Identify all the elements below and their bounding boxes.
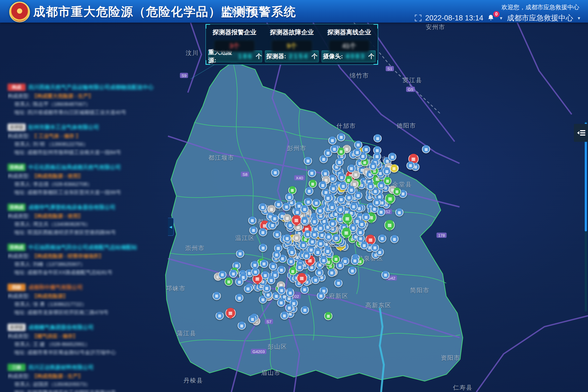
map-marker[interactable]: ▦: [216, 312, 224, 320]
map-marker[interactable]: ▦: [329, 184, 337, 192]
map-marker[interactable]: ▦: [235, 294, 243, 302]
sidebar-collapse-toggle[interactable]: ◀: [168, 218, 174, 236]
map-marker[interactable]: ▦: [271, 215, 279, 223]
map-marker[interactable]: ▦: [301, 306, 309, 314]
map-marker[interactable]: ▦: [330, 145, 338, 153]
map-marker[interactable]: ▦: [312, 199, 320, 207]
map-marker[interactable]: ▦: [314, 248, 322, 256]
map-marker[interactable]: ▦: [377, 181, 385, 189]
map-marker[interactable]: ▦: [328, 269, 336, 277]
map-marker[interactable]: ▦: [283, 234, 291, 242]
map-marker[interactable]: ▦: [280, 311, 289, 320]
map-marker[interactable]: ▦: [301, 286, 309, 294]
map-marker[interactable]: ▦: [336, 206, 344, 214]
map-marker[interactable]: ▦: [384, 220, 395, 230]
map-marker[interactable]: ▦: [271, 169, 279, 177]
map-marker[interactable]: ▦: [334, 279, 342, 287]
map-marker[interactable]: ▦: [319, 181, 327, 189]
map-marker[interactable]: ▦: [297, 273, 307, 283]
org-name[interactable]: 成都市应急救援中心: [507, 13, 573, 23]
map-marker[interactable]: ▦: [351, 257, 359, 265]
notification-bell[interactable]: 0: [487, 14, 495, 22]
map-marker[interactable]: ▦: [378, 234, 386, 243]
map-marker[interactable]: ▦: [371, 244, 379, 252]
map-marker[interactable]: ▦: [345, 194, 353, 202]
fullscreen-icon[interactable]: [415, 15, 421, 21]
map-marker[interactable]: ▦: [388, 153, 396, 161]
map-marker[interactable]: ▦: [383, 167, 391, 175]
map-marker[interactable]: ▦: [299, 241, 307, 249]
map-marker[interactable]: ▦: [324, 247, 332, 255]
map-marker[interactable]: ▦: [373, 134, 382, 142]
map-marker[interactable]: ▦: [285, 304, 293, 312]
map-marker[interactable]: ▦: [287, 258, 295, 266]
map-marker[interactable]: ▦: [286, 289, 294, 297]
map-marker[interactable]: ▦: [377, 208, 385, 216]
map-marker[interactable]: ▦: [274, 200, 283, 209]
map-marker[interactable]: ▦: [354, 191, 362, 200]
map-marker[interactable]: ▦: [393, 188, 401, 196]
map-marker[interactable]: ▦: [213, 292, 221, 300]
map-marker[interactable]: ▦: [244, 285, 252, 293]
map-marker[interactable]: ▦: [229, 270, 237, 278]
map-marker[interactable]: ▦: [301, 205, 309, 213]
map-marker[interactable]: ▦: [358, 220, 366, 228]
map-marker[interactable]: ▦: [259, 203, 267, 211]
map-marker[interactable]: ▦: [353, 148, 361, 157]
map-marker[interactable]: ▦: [406, 161, 415, 170]
map-marker[interactable]: ▦: [329, 219, 337, 228]
map-marker[interactable]: ▦: [293, 234, 301, 242]
map-marker[interactable]: ▦: [291, 215, 302, 225]
map-marker[interactable]: ▦: [332, 255, 340, 263]
map-marker[interactable]: ▦: [366, 182, 375, 190]
map-marker[interactable]: ▦: [360, 241, 368, 249]
map-marker[interactable]: ▦: [324, 233, 333, 241]
map-marker[interactable]: ▦: [259, 228, 267, 236]
map-marker[interactable]: ▦: [304, 157, 312, 165]
map-marker[interactable]: ▦: [348, 267, 356, 275]
map-marker[interactable]: ▦: [310, 231, 318, 239]
map-marker[interactable]: ▦: [308, 238, 316, 246]
map-marker[interactable]: ▦: [235, 278, 243, 286]
map-marker[interactable]: ▦: [317, 292, 325, 300]
chevron-down-icon[interactable]: ▼: [577, 16, 581, 20]
map-marker[interactable]: ▦: [238, 321, 246, 330]
map-marker[interactable]: ▦: [390, 235, 399, 243]
map-marker[interactable]: ▦: [288, 248, 296, 256]
map-marker[interactable]: ▦: [337, 195, 345, 204]
map-marker[interactable]: ▦: [310, 218, 318, 226]
map-marker[interactable]: ▦: [249, 226, 258, 234]
map-marker[interactable]: ▦: [315, 268, 323, 277]
map-marker[interactable]: ▦: [373, 198, 381, 207]
map-marker[interactable]: ▦: [302, 252, 311, 260]
map-marker[interactable]: ▦: [225, 308, 236, 318]
map-marker[interactable]: ▦: [317, 224, 325, 232]
map-marker[interactable]: ▦: [263, 284, 271, 292]
map-marker[interactable]: ▦: [337, 133, 345, 141]
map-marker[interactable]: ▦: [335, 158, 344, 166]
map-marker[interactable]: ▦: [218, 271, 226, 279]
map-marker[interactable]: ▦: [311, 276, 320, 284]
system-nav-button[interactable]: 系统导航: [222, 7, 259, 17]
map-marker[interactable]: ▦: [316, 207, 324, 215]
map-marker[interactable]: ▦: [304, 198, 312, 206]
map-marker[interactable]: ▦: [369, 162, 377, 170]
map-marker[interactable]: ▦: [285, 193, 293, 201]
map-marker[interactable]: ▦: [341, 228, 351, 238]
map-marker[interactable]: ▦: [339, 182, 347, 190]
map-marker[interactable]: ▦: [269, 262, 277, 270]
map-marker[interactable]: ▦: [273, 230, 281, 238]
map-marker[interactable]: ▦: [390, 164, 398, 173]
map-marker[interactable]: ▦: [267, 276, 275, 284]
map-marker[interactable]: ▦: [236, 250, 244, 258]
map-marker[interactable]: ▦: [350, 203, 358, 211]
map-marker[interactable]: ▦: [282, 203, 290, 211]
map-marker[interactable]: ▦: [324, 312, 332, 320]
map-marker[interactable]: ▦: [277, 266, 286, 274]
map-marker[interactable]: ▦: [301, 217, 309, 225]
map-marker[interactable]: ▦: [385, 194, 395, 204]
map-marker[interactable]: ▦: [354, 141, 362, 149]
chevron-down-icon[interactable]: ▼: [499, 16, 503, 20]
map-marker[interactable]: ▦: [305, 187, 313, 195]
map-marker[interactable]: ▦: [356, 228, 365, 236]
